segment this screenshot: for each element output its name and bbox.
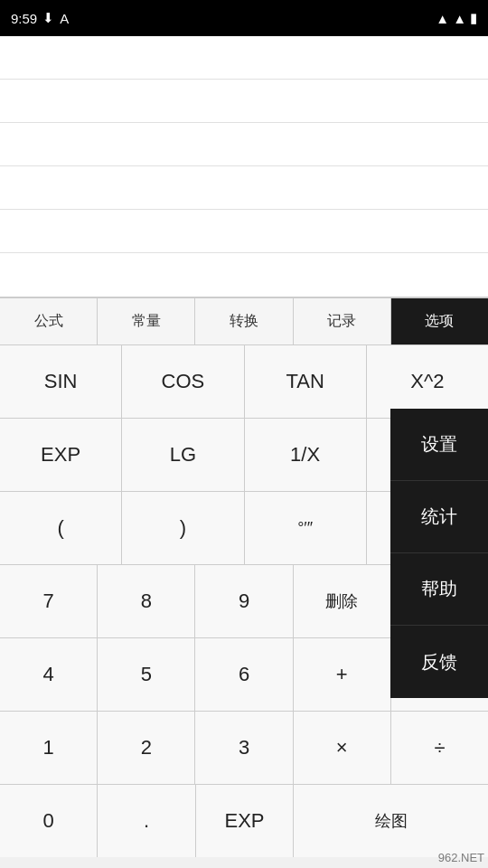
signal-icon: ▲: [453, 11, 466, 26]
status-time: 9:59: [11, 11, 37, 26]
btn-0[interactable]: 0: [0, 785, 98, 857]
btn-4[interactable]: 4: [0, 638, 98, 711]
btn-2[interactable]: 2: [98, 712, 195, 784]
btn-rparen[interactable]: ): [122, 492, 244, 564]
btn-6[interactable]: 6: [195, 638, 293, 711]
btn-plus[interactable]: +: [294, 638, 391, 711]
btn-exp2[interactable]: EXP: [196, 785, 294, 857]
btn-plot[interactable]: 绘图: [294, 785, 488, 857]
calc-row-0: SIN COS TAN X^2: [0, 345, 488, 419]
menu-stats[interactable]: 统计: [390, 481, 488, 553]
display-row-1: [0, 36, 488, 80]
tab-convert[interactable]: 转换: [195, 298, 293, 344]
btn-9[interactable]: 9: [195, 565, 293, 637]
calc-row-5: 1 2 3 × ÷: [0, 712, 488, 785]
display-row-6: [0, 253, 488, 297]
menu-help[interactable]: 帮助: [390, 553, 488, 626]
btn-5[interactable]: 5: [98, 638, 195, 711]
btn-dot[interactable]: .: [98, 785, 195, 857]
btn-multiply[interactable]: ×: [294, 712, 391, 784]
btn-dms[interactable]: °′″: [245, 492, 367, 564]
display-area: [0, 36, 488, 298]
download-icon: ⬇: [42, 10, 54, 26]
tab-history[interactable]: 记录: [294, 298, 391, 344]
btn-delete[interactable]: 删除: [294, 565, 391, 637]
btn-x2[interactable]: X^2: [367, 345, 488, 418]
tab-constants[interactable]: 常量: [98, 298, 195, 344]
btn-tan[interactable]: TAN: [245, 345, 367, 418]
btn-divide[interactable]: ÷: [391, 712, 488, 784]
tab-formula[interactable]: 公式: [0, 298, 98, 344]
btn-1x[interactable]: 1/X: [245, 419, 367, 491]
btn-8[interactable]: 8: [98, 565, 195, 637]
status-bar: 9:59 ⬇ A ▲ ▲ ▮: [0, 0, 488, 36]
watermark: 962.NET: [438, 851, 484, 864]
btn-lg[interactable]: LG: [122, 419, 244, 491]
menu-feedback[interactable]: 反馈: [390, 626, 488, 698]
display-row-3: [0, 123, 488, 166]
btn-3[interactable]: 3: [195, 712, 293, 784]
tab-bar: 公式 常量 转换 记录 选项: [0, 298, 488, 345]
display-row-2: [0, 80, 488, 123]
btn-sin[interactable]: SIN: [0, 345, 122, 418]
menu-settings[interactable]: 设置: [390, 409, 488, 481]
btn-7[interactable]: 7: [0, 565, 98, 637]
tab-options[interactable]: 选项: [391, 298, 488, 344]
wifi-icon: ▲: [436, 11, 449, 26]
calc-row-6: 0 . EXP 绘图: [0, 785, 488, 857]
keyboard-icon: A: [60, 11, 69, 26]
btn-lparen[interactable]: (: [0, 492, 122, 564]
dropdown-menu: 设置 统计 帮助 反馈: [390, 409, 488, 698]
btn-cos[interactable]: COS: [122, 345, 244, 418]
btn-exp[interactable]: EXP: [0, 419, 122, 491]
battery-icon: ▮: [470, 10, 477, 26]
btn-1[interactable]: 1: [0, 712, 98, 784]
display-row-4: [0, 166, 488, 210]
display-row-5: [0, 210, 488, 253]
